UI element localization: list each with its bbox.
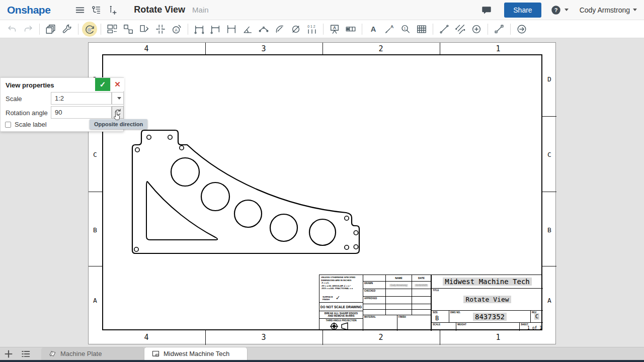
drawing-sheet[interactable]: 44332211DDCCBBAA [88, 42, 556, 344]
sheets-icon [45, 24, 56, 35]
tab-list-button[interactable] [17, 347, 34, 360]
toolbar-separator [78, 24, 78, 35]
centerline-icon [439, 24, 450, 35]
cancel-button[interactable]: ✕ [110, 78, 124, 91]
insert-view-icon [107, 24, 118, 35]
drawing-number: 8437352 [473, 313, 507, 321]
follow-mode-button[interactable] [105, 3, 120, 18]
break-view-icon [155, 24, 166, 35]
tooltip: Opposite direction [90, 119, 147, 129]
detail-view-button[interactable]: A [169, 22, 184, 37]
tab-machine-plate[interactable]: Machine Plate [41, 347, 144, 360]
top-bar: Onshape Rotate View Main Share ? Cody Ar… [0, 0, 644, 20]
help-menu-button[interactable]: ? [548, 3, 571, 18]
company-cell: Midwest Machine Tech [431, 275, 543, 289]
follow-plus-icon [107, 5, 118, 16]
text-button[interactable]: A [366, 22, 381, 37]
toolbar-separator [39, 24, 40, 35]
sheet-number: 1 of 1 [527, 326, 542, 330]
comment-icon [481, 5, 492, 16]
note-button[interactable]: A [327, 22, 342, 37]
diameter-dimension-button[interactable] [288, 22, 303, 37]
drawing-toolbar: A0 1 2AAA1 [0, 20, 644, 38]
redo-button[interactable] [21, 22, 36, 37]
sheet-cell: SHEET 1 of 1 [520, 323, 543, 331]
title-block: UNLESS OTHERWISE SPECIFIEDDIMENSIONS ARE… [319, 275, 542, 330]
versions-button[interactable] [89, 3, 104, 18]
scale-select[interactable]: 1:2 [51, 92, 112, 105]
do-not-scale-note: DO NOT SCALE DRAWING [319, 303, 363, 311]
scale-cell: SCALE [431, 323, 456, 331]
canvas[interactable]: 44332211DDCCBBAA [0, 38, 644, 347]
size-cell: SIZE B [431, 311, 449, 323]
center-mark-button[interactable] [469, 22, 484, 37]
cursor-pointer-icon [112, 111, 122, 121]
svg-text:A: A [333, 26, 336, 30]
help-icon: ? [550, 5, 561, 16]
approval-name-cell [386, 297, 412, 304]
rev-cell: REV C [531, 311, 543, 323]
chevron-down-icon [565, 9, 569, 11]
material-cell: MATERIAL [363, 315, 397, 331]
drawing-title: Rotate View [463, 296, 511, 303]
dim-pp-icon [194, 24, 205, 35]
centerline-between-lines-button[interactable] [453, 22, 468, 37]
revision: C [534, 313, 540, 320]
part-outline [132, 130, 359, 253]
svg-text:A: A [371, 25, 376, 33]
dim-pl-icon [210, 24, 221, 35]
auxiliary-view-button[interactable] [137, 22, 152, 37]
radial-dimension-button[interactable] [272, 22, 287, 37]
inspection-symbol-button[interactable]: 1 [398, 22, 413, 37]
tabs-container: Machine PlateMidwest Machine Tech [41, 347, 248, 360]
tolerance-note: UNLESS OTHERWISE SPECIFIEDDIMENSIONS ARE… [319, 275, 363, 303]
drawing-properties-button[interactable] [59, 22, 74, 37]
broken-view-button[interactable] [153, 22, 168, 37]
add-tab-button[interactable] [0, 347, 17, 360]
scale-label: Scale [6, 95, 22, 103]
dimension-line-to-line-button[interactable] [224, 22, 239, 37]
svg-text:?: ? [554, 7, 557, 13]
confirm-button[interactable]: ✓ [95, 78, 110, 91]
table-button[interactable] [414, 22, 429, 37]
comments-button[interactable] [479, 3, 494, 18]
approval-date-cell [412, 310, 431, 315]
rotation-angle-input[interactable] [51, 106, 112, 119]
share-button[interactable]: Share [504, 3, 541, 18]
fcf-icon [345, 24, 356, 35]
dim-angle-icon [242, 24, 253, 35]
sketch-line-button[interactable] [492, 22, 507, 37]
surface-finish-check: ✓ [336, 295, 340, 301]
approval-name-cell: Cody Armstrong [386, 282, 412, 289]
geometric-tolerance-button[interactable] [343, 22, 358, 37]
angular-dimension-button[interactable] [240, 22, 255, 37]
dimension-button[interactable] [192, 22, 207, 37]
wrench-icon [61, 24, 72, 35]
main-menu-button[interactable] [72, 3, 88, 18]
projected-view-button[interactable] [121, 22, 136, 37]
approval-name-cell [386, 289, 412, 297]
insert-view-button[interactable] [105, 22, 120, 37]
scale-dropdown-button[interactable] [112, 92, 124, 105]
panel-title: View properties [6, 81, 54, 89]
sheets-button[interactable] [43, 22, 58, 37]
dimension-point-to-line-button[interactable] [208, 22, 223, 37]
svg-text:A: A [175, 28, 178, 32]
callout-button[interactable]: A [382, 22, 397, 37]
ordinate-dimension-button[interactable]: 0 1 2 [304, 22, 319, 37]
redo-icon [23, 24, 34, 35]
user-menu[interactable]: Cody Armstrong [580, 6, 637, 14]
rotate-view-button[interactable] [82, 22, 97, 37]
undo-button[interactable] [5, 22, 20, 37]
rotation-angle-label: Rotation angle [6, 109, 48, 117]
centerline-button[interactable] [437, 22, 452, 37]
toolbar-separator [433, 24, 433, 35]
drawing-tab-icon [151, 349, 160, 358]
update-views-button[interactable] [514, 22, 529, 37]
approval-row-label: CHECKED [363, 289, 386, 297]
scale-label-checkbox[interactable] [5, 122, 11, 128]
three-point-arc-dimension-button[interactable] [256, 22, 271, 37]
plus-icon [3, 348, 14, 359]
dim-ll-icon [226, 24, 237, 35]
tab-midwest-machine-tech[interactable]: Midwest Machine Tech [144, 347, 248, 360]
